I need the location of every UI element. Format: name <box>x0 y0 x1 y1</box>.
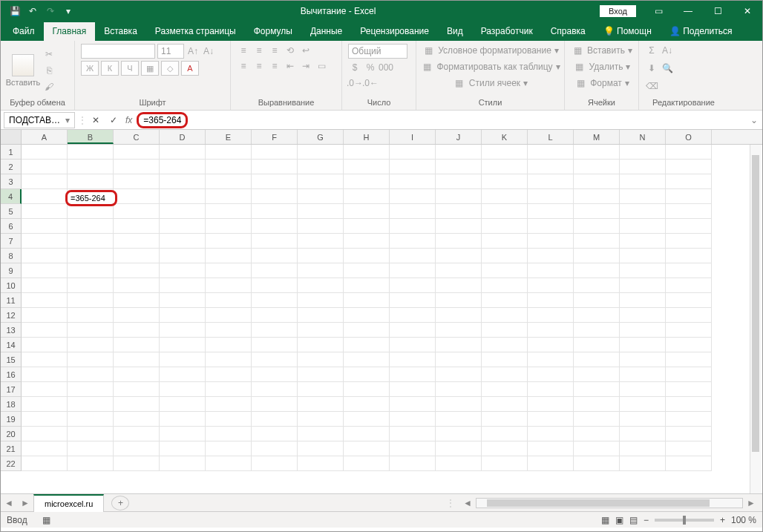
cell-E17[interactable] <box>206 382 252 397</box>
cell-L12[interactable] <box>528 308 574 323</box>
cell-D6[interactable] <box>160 219 206 234</box>
cell-I19[interactable] <box>390 412 436 427</box>
cell-K3[interactable] <box>482 174 528 189</box>
cell-C15[interactable] <box>114 352 160 367</box>
cell-G12[interactable] <box>298 308 344 323</box>
cell-L16[interactable] <box>528 367 574 382</box>
name-box[interactable]: ПОДСТАВ… ▾ <box>4 112 75 128</box>
cell-O1[interactable] <box>666 145 712 160</box>
cell-H13[interactable] <box>344 323 390 338</box>
cell-D9[interactable] <box>160 263 206 278</box>
cell-D10[interactable] <box>160 278 206 293</box>
cell-E13[interactable] <box>206 323 252 338</box>
cell-J11[interactable] <box>436 293 482 308</box>
ribbon-display-icon[interactable]: ▭ <box>644 1 673 22</box>
row-header-14[interactable]: 14 <box>1 338 22 352</box>
italic-button[interactable]: К <box>101 61 119 76</box>
cell-I8[interactable] <box>390 249 436 263</box>
cell-O8[interactable] <box>666 249 712 263</box>
column-header-G[interactable]: G <box>298 130 344 144</box>
cell-B14[interactable] <box>68 338 114 352</box>
cell-A13[interactable] <box>22 323 68 338</box>
cell-F15[interactable] <box>252 352 298 367</box>
currency-icon[interactable]: $ <box>348 61 361 74</box>
cell-L3[interactable] <box>528 174 574 189</box>
cell-H15[interactable] <box>344 352 390 367</box>
cell-A14[interactable] <box>22 338 68 352</box>
percent-icon[interactable]: % <box>364 61 377 74</box>
cell-G16[interactable] <box>298 367 344 382</box>
cell-C2[interactable] <box>114 160 160 174</box>
cell-D1[interactable] <box>160 145 206 160</box>
row-header-15[interactable]: 15 <box>1 352 22 367</box>
cell-J12[interactable] <box>436 308 482 323</box>
cell-L2[interactable] <box>528 160 574 174</box>
cell-E15[interactable] <box>206 352 252 367</box>
cell-F7[interactable] <box>252 234 298 249</box>
cell-F21[interactable] <box>252 441 298 456</box>
align-middle-icon[interactable]: ≡ <box>252 44 266 57</box>
cell-M5[interactable] <box>574 204 620 219</box>
align-right-icon[interactable]: ≡ <box>268 59 281 73</box>
cell-G6[interactable] <box>298 219 344 234</box>
cell-styles-button[interactable]: ▦Стили ячеек▾ <box>453 76 528 90</box>
enter-formula-button[interactable]: ✓ <box>105 112 122 128</box>
cell-B11[interactable] <box>68 293 114 308</box>
cell-H5[interactable] <box>344 204 390 219</box>
column-header-I[interactable]: I <box>390 130 436 144</box>
cell-A21[interactable] <box>22 441 68 456</box>
cell-F11[interactable] <box>252 293 298 308</box>
cell-J4[interactable] <box>436 189 482 204</box>
cell-M11[interactable] <box>574 293 620 308</box>
cell-B12[interactable] <box>68 308 114 323</box>
cell-B22[interactable] <box>68 456 114 471</box>
cell-K16[interactable] <box>482 367 528 382</box>
cell-H18[interactable] <box>344 397 390 412</box>
tab-insert[interactable]: Вставка <box>95 22 146 41</box>
cell-K11[interactable] <box>482 293 528 308</box>
cell-D20[interactable] <box>160 427 206 441</box>
conditional-formatting-button[interactable]: ▦Условное форматирование▾ <box>422 44 559 57</box>
cell-N7[interactable] <box>620 234 666 249</box>
cell-B2[interactable] <box>68 160 114 174</box>
cell-A8[interactable] <box>22 249 68 263</box>
cell-H12[interactable] <box>344 308 390 323</box>
clear-icon[interactable]: ⌫ <box>645 79 658 93</box>
sheet-nav-next[interactable]: ► <box>17 498 33 508</box>
cell-I21[interactable] <box>390 441 436 456</box>
cell-N22[interactable] <box>620 456 666 471</box>
cell-G20[interactable] <box>298 427 344 441</box>
cell-O14[interactable] <box>666 338 712 352</box>
cell-G8[interactable] <box>298 249 344 263</box>
cell-M13[interactable] <box>574 323 620 338</box>
autosum-icon[interactable]: Σ <box>645 44 658 57</box>
cell-L11[interactable] <box>528 293 574 308</box>
cell-O5[interactable] <box>666 204 712 219</box>
cell-G18[interactable] <box>298 397 344 412</box>
cell-K4[interactable] <box>482 189 528 204</box>
cell-M3[interactable] <box>574 174 620 189</box>
cell-H19[interactable] <box>344 412 390 427</box>
cell-J17[interactable] <box>436 382 482 397</box>
cell-L9[interactable] <box>528 263 574 278</box>
cell-K17[interactable] <box>482 382 528 397</box>
cell-B17[interactable] <box>68 382 114 397</box>
cell-A19[interactable] <box>22 412 68 427</box>
cell-A2[interactable] <box>22 160 68 174</box>
cell-N18[interactable] <box>620 397 666 412</box>
cell-F10[interactable] <box>252 278 298 293</box>
cell-G14[interactable] <box>298 338 344 352</box>
format-painter-icon[interactable]: 🖌 <box>42 80 56 93</box>
cell-C17[interactable] <box>114 382 160 397</box>
align-center-icon[interactable]: ≡ <box>252 59 266 73</box>
cell-H8[interactable] <box>344 249 390 263</box>
cell-I16[interactable] <box>390 367 436 382</box>
cell-H6[interactable] <box>344 219 390 234</box>
merge-cells-icon[interactable]: ▭ <box>315 59 328 73</box>
cell-N3[interactable] <box>620 174 666 189</box>
cell-H14[interactable] <box>344 338 390 352</box>
cell-I18[interactable] <box>390 397 436 412</box>
cell-I2[interactable] <box>390 160 436 174</box>
cell-C22[interactable] <box>114 456 160 471</box>
view-page-break-icon[interactable]: ▤ <box>629 515 638 525</box>
